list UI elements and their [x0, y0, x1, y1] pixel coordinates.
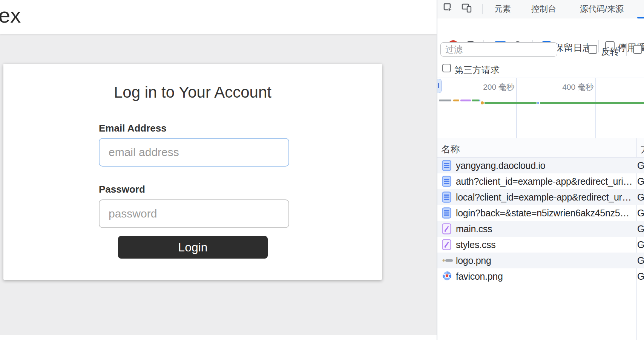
email-field[interactable]: [99, 138, 289, 167]
gridline-400ms: [595, 78, 596, 139]
waterfall-segment: [439, 100, 451, 101]
request-method: GET: [637, 239, 644, 250]
network-filter-input[interactable]: [440, 42, 557, 57]
request-name: yangyang.daocloud.io: [456, 160, 633, 171]
network-overview-timeline[interactable]: 200 毫秒 400 毫秒 600 毫秒: [437, 78, 644, 139]
stylesheet-icon: [442, 223, 453, 234]
login-button[interactable]: Login: [118, 236, 268, 259]
name-column-header[interactable]: 名称: [441, 143, 460, 155]
request-method: GET: [637, 224, 644, 234]
login-card: Log in to Your Account Email Address Pas…: [3, 64, 382, 280]
network-request-list: yangyang.daocloud.ioGETauth?client_id=ex…: [437, 158, 644, 284]
document-icon: [442, 207, 453, 219]
request-method: GET: [637, 271, 644, 282]
method-column-header[interactable]: 方法: [641, 143, 644, 155]
image-icon: [442, 255, 453, 266]
request-method: GET: [637, 176, 644, 187]
device-toolbar-icon[interactable]: [462, 3, 472, 13]
request-name: logo.png: [456, 255, 633, 266]
tab-sources[interactable]: 源代码/来源: [572, 0, 632, 18]
waterfall-segment: [460, 100, 471, 101]
gridline-200ms: [516, 78, 517, 139]
waterfall-segment: [453, 100, 459, 101]
invert-filter-checkbox[interactable]: [588, 45, 597, 54]
waterfall-segment: [472, 100, 479, 101]
network-row[interactable]: local?client_id=example-app&redirect_uri…: [437, 189, 644, 205]
network-row[interactable]: auth?client_id=example-app&redirect_uri……: [437, 173, 644, 189]
waterfall-segment: [479, 100, 480, 101]
toolbar-separator: [598, 40, 599, 52]
network-table-header[interactable]: 名称 方法: [437, 138, 644, 158]
document-icon: [442, 160, 453, 171]
browser-page: ex Log in to Your Account Email Address …: [0, 0, 437, 340]
timeline-label-600ms: 600 毫秒: [637, 82, 644, 92]
devtools-panel: 元素 控制台 源代码/来源 ✓ 保留日志 停用缓存 反转 隐藏数据网址 第三方请…: [437, 0, 644, 340]
third-party-requests-checkbox[interactable]: [442, 64, 451, 72]
network-row[interactable]: main.cssGET: [437, 221, 644, 237]
waterfall-segment: [537, 102, 539, 104]
stylesheet-icon: [442, 239, 453, 250]
request-method: GET: [637, 160, 644, 171]
password-label: Password: [99, 184, 145, 195]
network-row[interactable]: login?back=&state=n5izwrien6akz45nz52…GE…: [437, 205, 644, 221]
request-name: main.css: [456, 224, 633, 234]
request-name: auth?client_id=example-app&redirect_uri…: [456, 176, 633, 187]
network-row[interactable]: logo.pngGET: [437, 253, 644, 268]
timeline-selection-handle[interactable]: [437, 79, 442, 93]
timeline-label-200ms: 200 毫秒: [475, 82, 514, 92]
request-method: GET: [637, 208, 644, 219]
favicon-icon: [442, 271, 453, 282]
request-method: GET: [637, 255, 644, 266]
request-name: local?client_id=example-app&redirect_uri…: [456, 192, 633, 203]
request-method: GET: [637, 192, 644, 203]
devtools-tabbar: 元素 控制台 源代码/来源: [437, 0, 644, 19]
page-bottom-strip: [0, 335, 437, 340]
tabbar-separator: [482, 4, 483, 14]
network-row[interactable]: styles.cssGET: [437, 237, 644, 253]
email-label: Email Address: [99, 123, 167, 134]
third-party-requests-label: 第三方请求: [454, 64, 500, 76]
network-toolbar: ✓ 保留日志 停用缓存: [437, 18, 644, 37]
tab-elements[interactable]: 元素: [486, 0, 519, 18]
request-name: login?back=&state=n5izwrien6akz45nz52…: [456, 208, 633, 219]
request-name: styles.css: [456, 239, 633, 250]
invert-filter-label: 反转: [601, 46, 619, 58]
waterfall-segment: [540, 102, 644, 104]
hide-data-urls-checkbox[interactable]: [633, 45, 642, 54]
timeline-label-400ms: 400 毫秒: [554, 82, 593, 92]
waterfall-segment: [481, 101, 484, 104]
network-row[interactable]: yangyang.daocloud.ioGET: [437, 158, 644, 173]
page-header: ex: [0, 0, 437, 34]
network-row[interactable]: favicon.pngGET: [437, 268, 644, 284]
inspect-element-icon[interactable]: [443, 3, 453, 13]
preserve-log-label: 保留日志: [554, 41, 592, 54]
tab-console[interactable]: 控制台: [523, 0, 565, 18]
document-icon: [442, 176, 453, 187]
password-field[interactable]: [99, 199, 289, 228]
document-icon: [442, 191, 453, 203]
waterfall-segment: [485, 102, 537, 104]
filter-separator: [626, 43, 627, 56]
login-title: Log in to Your Account: [3, 83, 382, 101]
request-name: favicon.png: [456, 271, 633, 282]
site-logo: ex: [0, 3, 21, 28]
